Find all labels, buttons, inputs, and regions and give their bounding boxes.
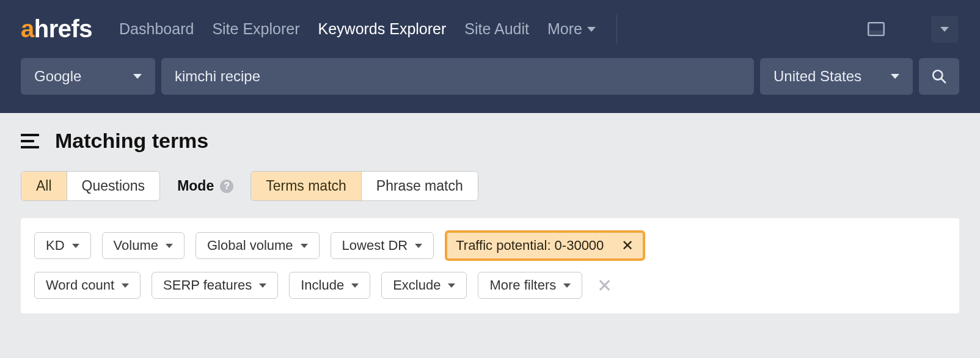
nav-row: ahrefs Dashboard Site Explorer Keywords … [0,0,980,58]
tab-row: All Questions Mode ? Terms match Phrase … [21,171,959,201]
filter-row-2: Word count SERP features Include Exclude… [34,272,946,299]
chevron-down-icon [351,283,359,288]
tab-phrase-match[interactable]: Phrase match [362,172,478,200]
filter-label: Lowest DR [342,238,408,254]
chevron-down-icon [72,244,79,248]
chevron-down-icon [448,283,455,288]
nav-more[interactable]: More [547,20,596,38]
filter-panel: KD Volume Global volume Lowest DR Traffi… [21,218,959,313]
chevron-down-icon [166,244,173,248]
brand-logo-rest: hrefs [34,15,92,43]
filter-label: Word count [46,277,114,293]
filter-label: SERP features [163,277,252,293]
svg-line-4 [941,78,946,83]
notifications-icon[interactable] [868,22,885,37]
nav-site-audit[interactable]: Site Audit [464,20,529,38]
keyword-input-wrapper[interactable] [161,58,754,95]
chevron-down-icon [891,74,899,79]
chevron-down-icon [415,244,422,248]
filter-label: Traffic potential: 0-30000 [456,238,604,254]
svg-rect-2 [869,24,882,30]
nav-separator [616,15,617,44]
filter-more-filters[interactable]: More filters [478,272,582,299]
mode-label-text: Mode [177,178,214,194]
search-engine-select[interactable]: Google [21,58,155,95]
filter-include[interactable]: Include [289,272,370,299]
chevron-down-icon [122,283,129,288]
nav-keywords-explorer[interactable]: Keywords Explorer [318,20,447,38]
brand-logo[interactable]: ahrefs [21,15,92,43]
filter-label: Volume [114,238,158,254]
chevron-down-icon [587,27,596,32]
filter-word-count[interactable]: Word count [34,272,141,299]
page-body: Matching terms All Questions Mode ? Term… [0,113,980,329]
clear-filters-icon[interactable]: ✕ [593,275,616,296]
filter-row-1: KD Volume Global volume Lowest DR Traffi… [34,230,946,261]
mode-label: Mode ? [177,178,233,194]
nav-more-label: More [547,20,582,38]
country-label: United States [773,68,861,85]
nav-site-explorer[interactable]: Site Explorer [212,20,299,38]
filter-kd[interactable]: KD [34,232,91,259]
filter-traffic-potential[interactable]: Traffic potential: 0-30000 ✕ [445,230,645,261]
chevron-down-icon [259,283,266,288]
filter-label: KD [46,238,65,254]
chevron-down-icon [563,283,571,288]
chevron-down-icon [940,27,949,32]
filter-label: Global volume [207,238,293,254]
country-select[interactable]: United States [760,58,913,95]
search-button[interactable] [919,58,959,95]
filter-lowest-dr[interactable]: Lowest DR [331,232,434,259]
user-menu-button[interactable] [931,16,958,43]
help-icon[interactable]: ? [220,180,233,193]
tab-terms-match[interactable]: Terms match [251,172,362,200]
close-icon[interactable]: ✕ [621,239,634,252]
top-bar: ahrefs Dashboard Site Explorer Keywords … [0,0,980,113]
chevron-down-icon [301,244,308,248]
tab-questions[interactable]: Questions [67,172,160,200]
filter-label: More filters [489,277,556,293]
type-tabs: All Questions [21,171,160,201]
filter-global-volume[interactable]: Global volume [196,232,320,259]
sidebar-toggle-icon[interactable] [21,134,39,148]
nav-dashboard[interactable]: Dashboard [119,20,194,38]
filter-serp-features[interactable]: SERP features [152,272,278,299]
filter-label: Exclude [393,277,441,293]
filter-exclude[interactable]: Exclude [381,272,467,299]
title-row: Matching terms [21,129,959,153]
search-row: Google United States [0,58,980,109]
page-title: Matching terms [55,129,208,153]
svg-point-3 [933,70,942,79]
filter-label: Include [301,277,344,293]
brand-logo-a: a [21,15,34,43]
filter-volume[interactable]: Volume [102,232,185,259]
keyword-input[interactable] [175,68,740,85]
chevron-down-icon [133,74,142,79]
mode-tabs: Terms match Phrase match [250,171,478,201]
search-icon [931,68,947,84]
tab-all[interactable]: All [21,172,67,200]
search-engine-label: Google [34,68,81,85]
